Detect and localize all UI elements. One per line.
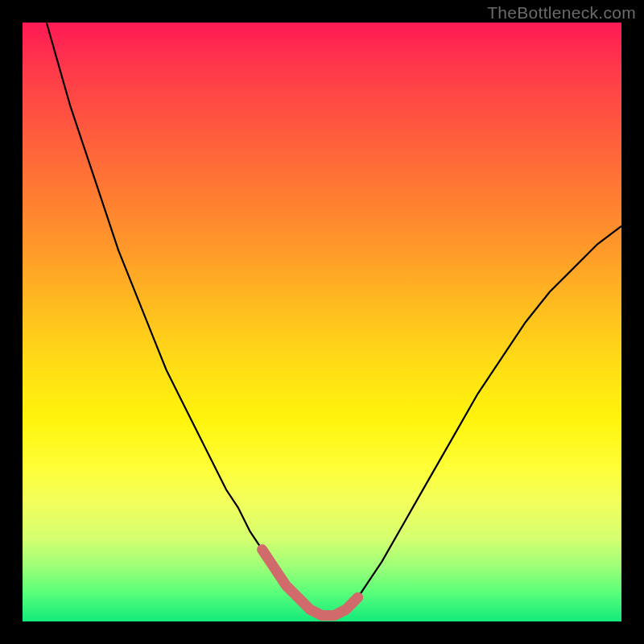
plot-area (23, 23, 621, 621)
watermark-label: TheBottleneck.com (487, 3, 636, 23)
chart-frame: TheBottleneck.com (0, 0, 644, 644)
